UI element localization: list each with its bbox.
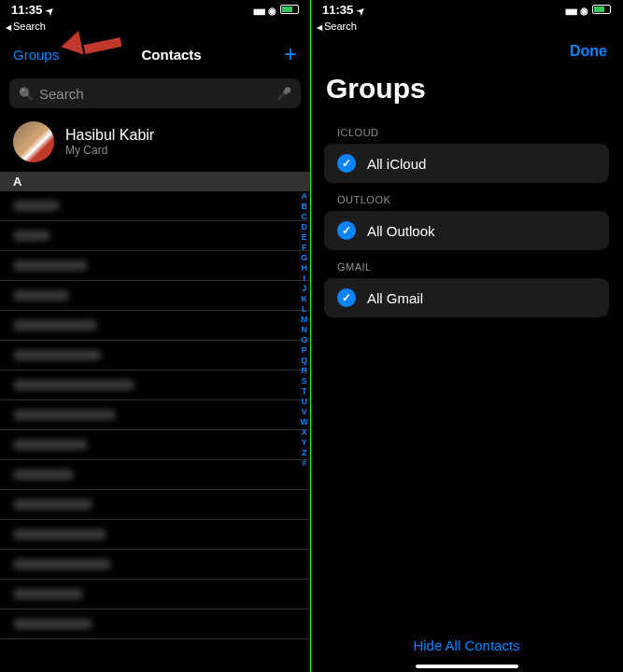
location-icon [357, 3, 364, 17]
index-letter[interactable]: S [301, 376, 309, 386]
index-letter[interactable]: W [301, 417, 309, 427]
battery-icon [280, 5, 299, 14]
my-card-subtitle: My Card [65, 144, 154, 157]
contact-row[interactable] [0, 490, 310, 520]
contact-row[interactable] [0, 520, 310, 550]
index-letter[interactable]: U [301, 397, 309, 407]
status-bar: 11:35 [0, 0, 310, 19]
index-letter[interactable]: H [301, 263, 309, 273]
status-time: 11:35 [322, 3, 353, 17]
group-item[interactable]: All Outlook [324, 211, 609, 250]
annotation-arrow [65, 30, 121, 58]
avatar [13, 121, 54, 162]
contact-row[interactable] [0, 460, 310, 490]
done-button[interactable]: Done [570, 43, 607, 60]
index-letter[interactable]: E [301, 232, 309, 243]
alphabet-index[interactable]: ABCDEFGHIJKLMNOPQRSTUVWXYZ# [301, 191, 309, 469]
checkmark-icon [337, 154, 356, 173]
status-time: 11:35 [11, 3, 42, 17]
chevron-left-icon [317, 21, 322, 32]
search-field[interactable]: Search [9, 78, 301, 108]
microphone-icon[interactable] [276, 85, 291, 102]
group-label: All Gmail [367, 290, 423, 306]
index-letter[interactable]: C [301, 212, 309, 222]
contact-row[interactable] [0, 430, 310, 460]
index-letter[interactable]: Y [301, 438, 309, 448]
contact-row[interactable] [0, 580, 310, 609]
wifi-icon [580, 3, 588, 17]
index-letter[interactable]: N [301, 325, 309, 335]
search-icon [19, 85, 34, 102]
contact-row[interactable] [0, 221, 310, 251]
index-letter[interactable]: D [301, 222, 309, 232]
contacts-screen: 11:35 Search Groups Contacts + Search Ha… [0, 0, 311, 672]
checkmark-icon [337, 288, 356, 307]
group-label: All Outlook [367, 223, 435, 239]
contact-row[interactable] [0, 609, 310, 639]
group-item[interactable]: All iCloud [324, 144, 609, 183]
index-letter[interactable]: Q [301, 356, 309, 366]
my-card-name: Hasibul Kabir [65, 127, 154, 144]
contact-list: ABCDEFGHIJKLMNOPQRSTUVWXYZ# [0, 191, 310, 639]
index-letter[interactable]: R [301, 366, 309, 376]
index-letter[interactable]: B [301, 202, 309, 212]
contact-row[interactable] [0, 251, 310, 281]
index-letter[interactable]: X [301, 427, 309, 438]
group-section-label: GMAIL [311, 250, 622, 278]
index-letter[interactable]: O [301, 335, 309, 345]
group-item[interactable]: All Gmail [324, 278, 609, 317]
contact-row[interactable] [0, 311, 310, 341]
contact-row[interactable] [0, 371, 310, 400]
signal-icon [253, 3, 264, 17]
groups-button[interactable]: Groups [13, 47, 59, 63]
group-section-label: OUTLOOK [311, 183, 622, 211]
contact-row[interactable] [0, 191, 310, 221]
index-letter[interactable]: A [301, 191, 309, 202]
back-to-search[interactable]: Search [311, 19, 622, 34]
groups-screen: 11:35 Search Done Groups ICLOUDAll iClou… [311, 0, 622, 672]
signal-icon [565, 3, 576, 17]
group-label: All iCloud [367, 156, 426, 172]
chevron-left-icon [6, 21, 11, 32]
index-letter[interactable]: I [301, 273, 309, 284]
index-letter[interactable]: Z [301, 448, 309, 458]
index-letter[interactable]: L [301, 304, 309, 315]
contact-row[interactable] [0, 281, 310, 311]
index-letter[interactable]: V [301, 407, 309, 417]
contact-row[interactable] [0, 400, 310, 430]
checkmark-icon [337, 221, 356, 240]
wifi-icon [268, 3, 276, 17]
contact-row[interactable] [0, 550, 310, 580]
index-letter[interactable]: G [301, 253, 309, 263]
index-letter[interactable]: J [301, 284, 309, 294]
page-title: Groups [311, 69, 622, 116]
index-letter[interactable]: # [301, 458, 309, 469]
index-letter[interactable]: T [301, 386, 309, 397]
index-letter[interactable]: P [301, 345, 309, 356]
location-icon [46, 3, 53, 17]
hide-all-contacts-button[interactable]: Hide All Contacts [311, 637, 622, 653]
battery-icon [592, 5, 611, 14]
my-card[interactable]: Hasibul Kabir My Card [0, 112, 310, 172]
section-header: A [0, 172, 310, 191]
search-placeholder: Search [39, 86, 271, 102]
contact-row[interactable] [0, 341, 310, 371]
status-bar: 11:35 [311, 0, 622, 19]
back-to-search[interactable]: Search [0, 19, 310, 34]
home-indicator[interactable] [416, 665, 518, 668]
index-letter[interactable]: K [301, 294, 309, 304]
page-title: Contacts [142, 47, 202, 63]
nav-bar: Done [311, 34, 622, 69]
nav-bar: Groups Contacts + [0, 34, 310, 75]
index-letter[interactable]: F [301, 243, 309, 253]
group-section-label: ICLOUD [311, 116, 622, 144]
add-contact-button[interactable]: + [284, 41, 297, 67]
index-letter[interactable]: M [301, 315, 309, 325]
